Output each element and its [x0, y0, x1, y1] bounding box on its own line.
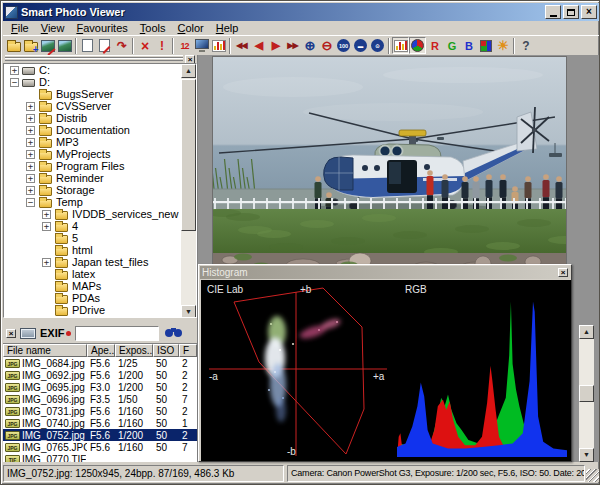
expand-toggle-icon[interactable]: +	[26, 126, 35, 135]
tree-item-storage[interactable]: +Storage	[4, 184, 196, 196]
tree-item-pdas[interactable]: PDAs	[4, 292, 196, 304]
scroll-down-icon[interactable]: ▼	[181, 305, 196, 318]
collapse-toggle-icon[interactable]: −	[26, 198, 35, 207]
expand-toggle-icon[interactable]: +	[42, 222, 51, 231]
close-button[interactable]: ×	[581, 5, 597, 19]
first-image-button[interactable]: ◀◀	[233, 37, 250, 54]
expand-toggle-icon[interactable]: +	[26, 162, 35, 171]
tree-item-mp3[interactable]: +MP3	[4, 136, 196, 148]
file-row-img-0770-tif[interactable]: TIFIMG_0770.TIF	[3, 453, 197, 462]
new-folder-button[interactable]	[22, 37, 39, 54]
expand-toggle-icon[interactable]: +	[26, 186, 35, 195]
tree-item-cvsserver[interactable]: +CVSServer	[4, 100, 196, 112]
resize-grip[interactable]	[586, 469, 599, 482]
file-row-img-0740-jpg[interactable]: JPGIMG_0740.jpgF5.61/160501	[3, 417, 197, 429]
expand-toggle-icon[interactable]: +	[26, 138, 35, 147]
column-header-file-name[interactable]: File name	[3, 344, 87, 357]
expand-toggle-icon[interactable]: +	[42, 258, 51, 267]
scroll-down-icon[interactable]: ▼	[579, 448, 594, 462]
expand-toggle-icon[interactable]: +	[10, 66, 19, 75]
zoom-fit-button[interactable]: ▬	[352, 37, 369, 54]
file-row-img-0684-jpg[interactable]: JPGIMG_0684.jpgF5.61/25502	[3, 357, 197, 369]
rotate-image-button[interactable]: ↷	[113, 37, 130, 54]
menu-tools[interactable]: Tools	[134, 21, 172, 35]
scroll-up-icon[interactable]: ▲	[579, 325, 594, 339]
rgb-channels-button[interactable]	[477, 37, 494, 54]
zoom-out-button[interactable]: ⊖	[318, 37, 335, 54]
copy-file-button[interactable]	[79, 37, 96, 54]
minimize-button[interactable]	[545, 5, 561, 19]
tree-item-japan-test-files[interactable]: +Japan test_files	[4, 256, 196, 268]
slideshow-button[interactable]	[193, 37, 210, 54]
scroll-up-icon[interactable]: ▲	[181, 64, 196, 78]
expand-toggle-icon[interactable]: +	[42, 210, 51, 219]
tree-scrollbar[interactable]: ▲ ▼	[181, 64, 196, 318]
tree-item-c[interactable]: +C:	[4, 64, 196, 76]
menu-favourites[interactable]: Favourites	[70, 21, 133, 35]
viewer-scrollbar-thumb[interactable]	[579, 385, 594, 402]
tree-item-program-files[interactable]: +Program Files	[4, 160, 196, 172]
edit-file-button[interactable]	[96, 37, 113, 54]
histogram-title-bar[interactable]: Histogram ×	[200, 266, 570, 279]
tree-item-maps[interactable]: MAPs	[4, 280, 196, 292]
maximize-button[interactable]	[563, 5, 579, 19]
image-comment-button[interactable]: !	[153, 37, 170, 54]
tree-item-5[interactable]: 5	[4, 232, 196, 244]
menu-file[interactable]: File	[5, 21, 35, 35]
menu-color[interactable]: Color	[171, 21, 209, 35]
menu-view[interactable]: View	[35, 21, 71, 35]
expand-toggle-icon[interactable]: +	[26, 150, 35, 159]
tree-item-ivddb-services-new[interactable]: +IVDDB_services_new	[4, 208, 196, 220]
zoom-in-button[interactable]: ⊕	[301, 37, 318, 54]
color-wheel-button[interactable]	[409, 37, 426, 54]
find-binoculars-icon[interactable]	[165, 328, 182, 338]
expand-toggle-icon[interactable]: +	[26, 114, 35, 123]
batch-rename-button[interactable]: 12	[176, 37, 193, 54]
column-header-f[interactable]: F	[179, 344, 197, 357]
edit-image-button[interactable]	[39, 37, 56, 54]
file-row-img-0752-jpg[interactable]: JPGIMG_0752.jpgF5.61/200502	[3, 429, 197, 441]
exif-panel-close-button[interactable]: ×	[6, 329, 16, 338]
expand-toggle-icon[interactable]: +	[26, 174, 35, 183]
viewer-scrollbar[interactable]: ▲ ▼	[579, 325, 594, 462]
tree-scrollbar-thumb[interactable]	[181, 79, 196, 231]
tree-panel-grip[interactable]: ×	[3, 55, 197, 63]
tree-item-bugsserver[interactable]: BugsServer	[4, 88, 196, 100]
image-browser-button[interactable]	[56, 37, 73, 54]
tree-item-latex[interactable]: latex	[4, 268, 196, 280]
zoom-lock-button[interactable]: ⊙	[369, 37, 386, 54]
tree-item-myprojects[interactable]: +MyProjects	[4, 148, 196, 160]
tree-item-d[interactable]: −D:	[4, 76, 196, 88]
file-row-img-0692-jpg[interactable]: JPGIMG_0692.jpgF5.61/200502	[3, 369, 197, 381]
column-header-iso[interactable]: ISO	[153, 344, 179, 357]
column-header-ape[interactable]: Ape...	[87, 344, 115, 357]
blue-channel-button[interactable]: B	[460, 37, 477, 54]
expand-toggle-icon[interactable]: +	[26, 102, 35, 111]
zoom-actual-button[interactable]: 100	[335, 37, 352, 54]
tree-item-pdrive[interactable]: PDrive	[4, 304, 196, 316]
tree-item-reminder[interactable]: +Reminder	[4, 172, 196, 184]
file-row-img-0695-jpg[interactable]: JPGIMG_0695.jpgF3.01/200502	[3, 381, 197, 393]
previous-image-button[interactable]: ◀	[250, 37, 267, 54]
tree-item-documentation[interactable]: +Documentation	[4, 124, 196, 136]
open-folder-button[interactable]	[5, 37, 22, 54]
brightness-button[interactable]: ☀	[494, 37, 511, 54]
file-row-img-0731-jpg[interactable]: JPGIMG_0731.jpgF5.61/160502	[3, 405, 197, 417]
red-channel-button[interactable]: R	[426, 37, 443, 54]
tree-item-4[interactable]: +4	[4, 220, 196, 232]
histogram-close-button[interactable]: ×	[558, 268, 568, 277]
file-row-img-0765-jpg[interactable]: JPGIMG_0765.JPGF5.61/160507	[3, 441, 197, 453]
column-header-expos[interactable]: Expos...	[115, 344, 153, 357]
show-histogram-button[interactable]	[210, 37, 227, 54]
next-image-button[interactable]: ▶	[267, 37, 284, 54]
title-bar[interactable]: Smart Photo Viewer ×	[3, 3, 599, 21]
collapse-toggle-icon[interactable]: −	[10, 78, 19, 87]
file-row-img-0696-jpg[interactable]: JPGIMG_0696.jpgF3.51/50507	[3, 393, 197, 405]
tree-item-distrib[interactable]: +Distrib	[4, 112, 196, 124]
last-image-button[interactable]: ▶▶	[284, 37, 301, 54]
tree-item-temp[interactable]: −Temp	[4, 196, 196, 208]
green-channel-button[interactable]: G	[443, 37, 460, 54]
help-button[interactable]: ?	[517, 37, 534, 54]
menu-help[interactable]: Help	[210, 21, 245, 35]
tree-item-html[interactable]: html	[4, 244, 196, 256]
